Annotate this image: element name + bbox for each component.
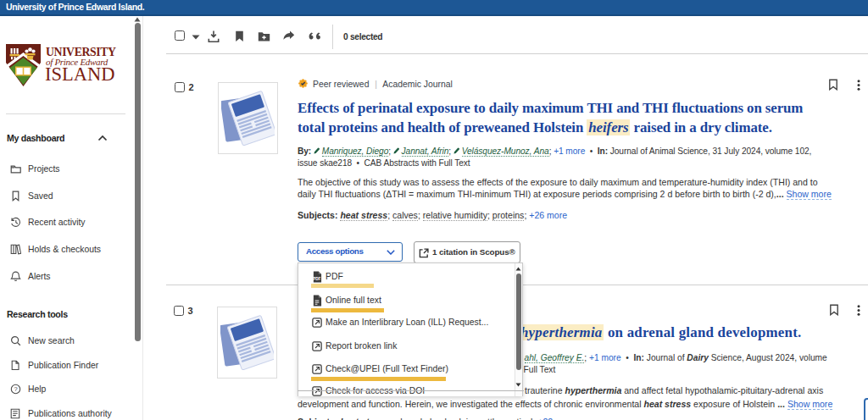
svg-text:ISLAND: ISLAND [45, 64, 115, 85]
svg-text:?: ? [14, 385, 17, 393]
svg-text:PDF: PDF [313, 277, 320, 281]
